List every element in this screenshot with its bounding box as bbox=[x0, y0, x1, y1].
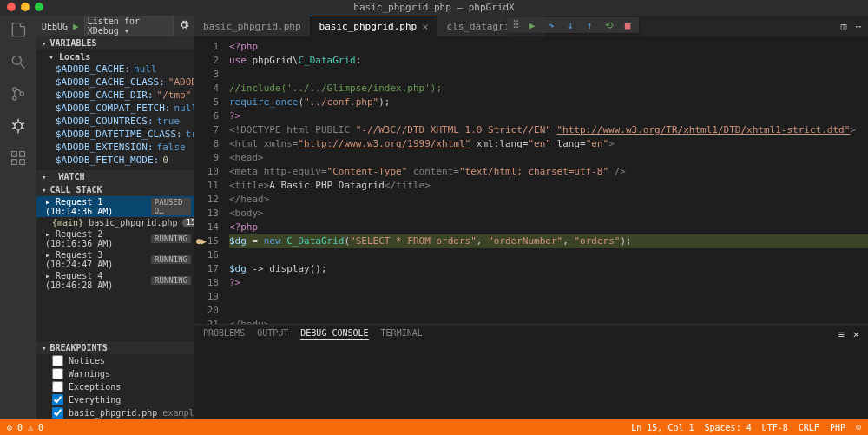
editor-tab[interactable]: basic_phpgrid.php× bbox=[311, 16, 438, 36]
search-icon[interactable] bbox=[10, 53, 27, 73]
svg-line-9 bbox=[22, 123, 23, 125]
breakpoint-item[interactable]: Notices bbox=[36, 354, 194, 367]
editor-area: basic_phpgrid.phpbasic_phpgrid.php×cls_d… bbox=[194, 16, 868, 419]
panel-tab[interactable]: PROBLEMS bbox=[203, 328, 245, 340]
status-item[interactable]: CRLF bbox=[799, 423, 819, 432]
minimize-icon[interactable] bbox=[21, 3, 30, 11]
status-item[interactable]: UTF-8 bbox=[762, 423, 788, 432]
variable-row[interactable]: $ADODB_DATETIME_CLASS: true bbox=[36, 128, 194, 141]
continue-button[interactable]: ▶ bbox=[526, 19, 538, 31]
watch-section[interactable]: WATCH bbox=[36, 170, 194, 183]
callstack-thread[interactable]: ▸ Request 4 (10:46:28 AM)RUNNING bbox=[36, 270, 194, 291]
panel-tab[interactable]: DEBUG CONSOLE bbox=[300, 328, 368, 340]
variable-row[interactable]: $ADODB_CACHE_CLASS: "ADODB_Cache_Fi… bbox=[36, 76, 194, 89]
stack-frame[interactable]: {main}basic_phpgrid.php15 bbox=[36, 217, 194, 228]
breakpoint-checkbox[interactable] bbox=[52, 407, 63, 419]
panel-filter-icon[interactable]: ≡ bbox=[838, 328, 845, 340]
split-editor-button[interactable]: ◫ bbox=[841, 21, 847, 32]
locals-scope[interactable]: ▾ Locals bbox=[36, 51, 194, 63]
debug-header-label: DEBUG bbox=[42, 22, 68, 31]
breakpoint-item[interactable]: Everything bbox=[36, 393, 194, 406]
drag-handle-icon[interactable]: ⠿ bbox=[512, 19, 519, 31]
variable-row[interactable]: $ADODB_CACHE_DIR: "/tmp" bbox=[36, 89, 194, 102]
status-item[interactable]: Spaces: 4 bbox=[705, 423, 752, 432]
breakpoint-item[interactable]: Exceptions bbox=[36, 380, 194, 393]
explorer-icon[interactable] bbox=[10, 21, 27, 41]
variable-row[interactable]: $ADODB_COUNTRECS: true bbox=[36, 115, 194, 128]
maximize-icon[interactable] bbox=[35, 3, 43, 11]
scm-icon[interactable] bbox=[10, 85, 27, 105]
debug-config-select[interactable]: Listen for XDebug ▾ bbox=[84, 16, 174, 37]
breakpoint-checkbox[interactable] bbox=[52, 394, 63, 405]
svg-line-8 bbox=[12, 123, 15, 125]
debug-toolbar[interactable]: ⠿ ▶ ↷ ↓ ↑ ⟲ ■ bbox=[507, 17, 639, 33]
activity-bar bbox=[0, 16, 36, 419]
extensions-icon[interactable] bbox=[10, 149, 27, 169]
editor-more-button[interactable]: ⋯ bbox=[855, 21, 861, 32]
svg-line-11 bbox=[22, 128, 23, 129]
step-over-button[interactable]: ↷ bbox=[545, 19, 557, 31]
breakpoint-item[interactable]: basic_phpgrid.php examples 15 bbox=[36, 406, 194, 419]
breakpoint-checkbox[interactable] bbox=[52, 355, 63, 366]
variable-row[interactable]: $ADODB_EXTENSION: false bbox=[36, 141, 194, 154]
svg-rect-14 bbox=[12, 160, 17, 165]
svg-rect-13 bbox=[20, 152, 25, 157]
breakpoint-checkbox[interactable] bbox=[52, 368, 63, 379]
close-icon[interactable] bbox=[7, 3, 16, 11]
breakpoint-checkbox[interactable] bbox=[52, 381, 63, 392]
bottom-panel: PROBLEMSOUTPUTDEBUG CONSOLETERMINAL ≡ ✕ bbox=[194, 324, 868, 419]
status-item[interactable]: Ln 15, Col 1 bbox=[631, 423, 694, 432]
debug-header: DEBUG ▶ Listen for XDebug ▾ bbox=[36, 16, 194, 36]
svg-line-1 bbox=[21, 64, 25, 69]
debug-settings-button[interactable] bbox=[179, 20, 189, 32]
editor-tab[interactable]: basic_phpgrid.php bbox=[194, 16, 311, 36]
restart-button[interactable]: ⟲ bbox=[602, 19, 615, 31]
breakpoints-section[interactable]: BREAKPOINTS bbox=[36, 341, 194, 354]
variable-row[interactable]: $ADODB_FETCH_MODE: 0 bbox=[36, 154, 194, 167]
title-bar: basic_phpgrid.php – phpGridX bbox=[0, 0, 868, 16]
callstack-thread[interactable]: ▸ Request 1 (10:14:36 AM)PAUSED O… bbox=[36, 196, 194, 217]
step-out-button[interactable]: ↑ bbox=[583, 19, 595, 31]
variables-section[interactable]: VARIABLES bbox=[36, 36, 194, 49]
callstack-section[interactable]: CALL STACK bbox=[36, 183, 194, 196]
debug-icon[interactable] bbox=[10, 117, 27, 137]
panel-tabs: PROBLEMSOUTPUTDEBUG CONSOLETERMINAL ≡ ✕ bbox=[194, 325, 868, 344]
svg-line-10 bbox=[12, 128, 15, 129]
window-controls[interactable] bbox=[7, 3, 43, 11]
status-item[interactable]: PHP bbox=[830, 423, 845, 432]
svg-rect-12 bbox=[12, 152, 17, 157]
svg-rect-15 bbox=[20, 160, 25, 165]
panel-close-icon[interactable]: ✕ bbox=[853, 328, 859, 340]
svg-point-0 bbox=[12, 56, 21, 64]
code-editor[interactable]: 1234567891011121314●▶15161718192021 <?ph… bbox=[194, 36, 868, 324]
step-into-button[interactable]: ↓ bbox=[564, 19, 576, 31]
variable-row[interactable]: $ADODB_CACHE: null bbox=[36, 63, 194, 76]
svg-point-5 bbox=[15, 122, 22, 129]
panel-tab[interactable]: TERMINAL bbox=[381, 328, 423, 340]
stop-button[interactable]: ■ bbox=[621, 19, 634, 31]
callstack-thread[interactable]: ▸ Request 3 (10:24:47 AM)RUNNING bbox=[36, 249, 194, 270]
variables-tree: ▾ Locals $ADODB_CACHE: null$ADODB_CACHE_… bbox=[36, 49, 194, 170]
debug-sidebar: DEBUG ▶ Listen for XDebug ▾ VARIABLES ▾ … bbox=[36, 16, 194, 419]
close-icon[interactable]: × bbox=[422, 21, 428, 33]
svg-point-2 bbox=[13, 88, 16, 91]
svg-point-4 bbox=[20, 92, 23, 96]
variable-row[interactable]: $ADODB_COMPAT_FETCH: null bbox=[36, 102, 194, 115]
status-item[interactable]: ☺ bbox=[856, 423, 861, 432]
panel-tab[interactable]: OUTPUT bbox=[257, 328, 288, 340]
editor-tabs: basic_phpgrid.phpbasic_phpgrid.php×cls_d… bbox=[194, 16, 868, 36]
debug-console-body[interactable] bbox=[194, 344, 868, 419]
callstack-thread[interactable]: ▸ Request 2 (10:16:36 AM)RUNNING bbox=[36, 228, 194, 249]
breakpoint-item[interactable]: Warnings bbox=[36, 367, 194, 380]
execution-pointer-icon: ●▶ bbox=[196, 234, 207, 248]
status-problems[interactable]: ⊘ 0 ⚠ 0 bbox=[7, 423, 43, 432]
svg-point-3 bbox=[13, 96, 16, 100]
debug-start-button[interactable]: ▶ bbox=[73, 21, 79, 32]
status-bar: ⊘ 0 ⚠ 0 Ln 15, Col 1Spaces: 4UTF-8CRLFPH… bbox=[0, 419, 868, 435]
